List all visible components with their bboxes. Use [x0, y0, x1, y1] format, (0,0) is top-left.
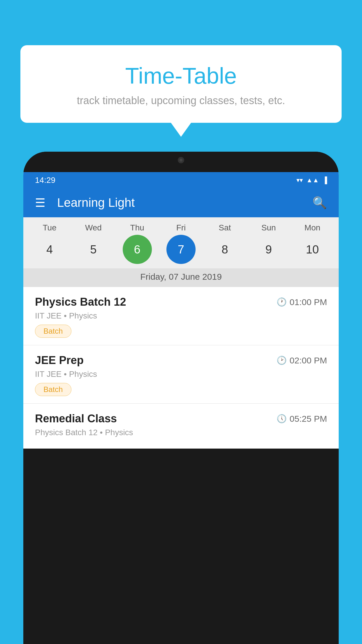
- day-label-sun: Sun: [251, 223, 286, 232]
- schedule-item-1[interactable]: Physics Batch 12 🕐 01:00 PM IIT JEE • Ph…: [23, 287, 339, 345]
- days-header: Tue Wed Thu Fri Sat Sun Mon: [23, 223, 339, 232]
- speech-bubble: Time-Table track timetable, upcoming cla…: [20, 45, 342, 123]
- day-label-fri: Fri: [164, 223, 198, 232]
- clock-icon-1: 🕐: [277, 297, 287, 307]
- schedule-time-2: 🕑 02:00 PM: [277, 356, 327, 365]
- schedule-item-2[interactable]: JEE Prep 🕑 02:00 PM IIT JEE • Physics Ba…: [23, 345, 339, 404]
- batch-badge-1: Batch: [35, 325, 71, 338]
- schedule-time-3: 🕔 05:25 PM: [277, 414, 327, 424]
- phone-camera: [178, 157, 184, 163]
- clock-icon-3: 🕔: [277, 414, 287, 424]
- battery-icon: ▐: [322, 176, 327, 184]
- day-label-tue: Tue: [32, 223, 67, 232]
- status-time: 14:29: [35, 176, 55, 185]
- day-7-selected[interactable]: 7: [166, 235, 196, 264]
- app-bar-title: Learning Light: [57, 196, 301, 210]
- selected-date-label: Friday, 07 June 2019: [23, 268, 339, 287]
- schedule-item-header-2: JEE Prep 🕑 02:00 PM: [35, 354, 327, 367]
- schedule-title-3: Remedial Class: [35, 412, 117, 425]
- page-subtitle: track timetable, upcoming classes, tests…: [35, 94, 327, 107]
- status-icons: ▾▾ ▲▲ ▐: [296, 176, 327, 184]
- schedule-item-3[interactable]: Remedial Class 🕔 05:25 PM Physics Batch …: [23, 404, 339, 449]
- speech-bubble-container: Time-Table track timetable, upcoming cla…: [20, 45, 342, 123]
- schedule-time-value-2: 02:00 PM: [290, 356, 327, 365]
- status-bar: 14:29 ▾▾ ▲▲ ▐: [23, 172, 339, 188]
- schedule-subtitle-1: IIT JEE • Physics: [35, 311, 327, 321]
- app-bar: ☰ Learning Light 🔍: [23, 188, 339, 217]
- signal-icon: ▲▲: [306, 176, 319, 184]
- calendar-strip: Tue Wed Thu Fri Sat Sun Mon 4 5 6 7 8 9 …: [23, 217, 339, 287]
- schedule-title-2: JEE Prep: [35, 354, 84, 367]
- day-4[interactable]: 4: [35, 235, 64, 264]
- schedule-subtitle-3: Physics Batch 12 • Physics: [35, 428, 327, 437]
- day-label-thu: Thu: [120, 223, 155, 232]
- day-label-mon: Mon: [295, 223, 330, 232]
- schedule-list: Physics Batch 12 🕐 01:00 PM IIT JEE • Ph…: [23, 287, 339, 449]
- day-label-wed: Wed: [76, 223, 111, 232]
- schedule-time-1: 🕐 01:00 PM: [277, 297, 327, 307]
- hamburger-icon[interactable]: ☰: [35, 197, 45, 209]
- day-10[interactable]: 10: [298, 235, 327, 264]
- day-6-today[interactable]: 6: [123, 235, 152, 264]
- phone-top: [23, 152, 339, 172]
- day-9[interactable]: 9: [254, 235, 283, 264]
- days-numbers: 4 5 6 7 8 9 10: [23, 235, 339, 264]
- day-5[interactable]: 5: [79, 235, 108, 264]
- schedule-title-1: Physics Batch 12: [35, 296, 126, 308]
- search-icon[interactable]: 🔍: [312, 196, 327, 210]
- wifi-icon: ▾▾: [296, 176, 303, 184]
- schedule-subtitle-2: IIT JEE • Physics: [35, 370, 327, 379]
- page-title: Time-Table: [35, 63, 327, 89]
- schedule-time-value-1: 01:00 PM: [290, 297, 327, 307]
- batch-badge-2: Batch: [35, 383, 71, 396]
- schedule-item-header-3: Remedial Class 🕔 05:25 PM: [35, 412, 327, 425]
- phone-screen: 14:29 ▾▾ ▲▲ ▐ ☰ Learning Light 🔍 Tue Wed…: [23, 172, 339, 449]
- schedule-item-header-1: Physics Batch 12 🕐 01:00 PM: [35, 296, 327, 308]
- phone-frame: 14:29 ▾▾ ▲▲ ▐ ☰ Learning Light 🔍 Tue Wed…: [23, 152, 339, 644]
- day-8[interactable]: 8: [210, 235, 239, 264]
- schedule-time-value-3: 05:25 PM: [290, 414, 327, 424]
- clock-icon-2: 🕑: [277, 356, 287, 365]
- day-label-sat: Sat: [207, 223, 242, 232]
